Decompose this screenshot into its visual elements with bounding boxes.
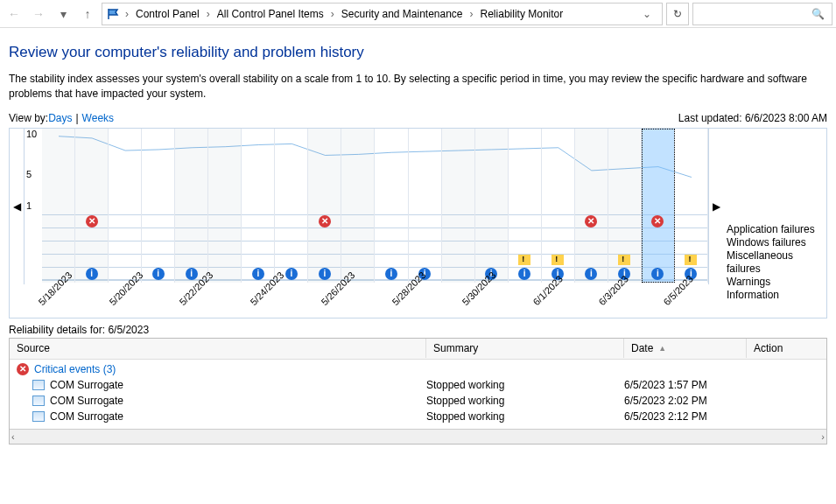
day-column[interactable]: i	[242, 129, 275, 283]
group-label: Critical events (3)	[34, 363, 116, 375]
search-input[interactable]: 🔍	[692, 3, 832, 25]
day-column[interactable]: i	[509, 129, 542, 283]
legend-item: Windows failures	[727, 236, 825, 249]
error-icon: ✕	[17, 363, 29, 375]
table-row[interactable]: COM SurrogateStopped working6/5/2023 1:5…	[10, 377, 826, 393]
scroll-right-icon[interactable]: ›	[821, 431, 825, 442]
table-row[interactable]: COM SurrogateStopped working6/5/2023 2:0…	[10, 393, 826, 409]
chevron-down-icon[interactable]: ⌄	[636, 8, 658, 20]
address-toolbar: ← → ▾ ↑ › Control Panel › All Control Pa…	[0, 0, 836, 28]
viewby-label: View by:	[9, 112, 48, 124]
day-column[interactable]: i	[608, 129, 642, 283]
y-tick: 1	[26, 200, 32, 211]
warning-icon	[518, 255, 530, 265]
info-icon: i	[518, 268, 530, 280]
last-updated: Last updated: 6/6/2023 8:00 AM	[678, 112, 827, 124]
warning-icon	[685, 255, 697, 265]
intro-text: The stability index assesses your system…	[9, 72, 827, 102]
y-tick: 10	[26, 129, 37, 139]
day-column[interactable]: ✕i	[308, 129, 341, 283]
chart-legend: Application failures Windows failures Mi…	[723, 129, 826, 284]
breadcrumb-item[interactable]: Security and Maintenance	[340, 6, 465, 22]
table-body: ✕ Critical events (3) COM SurrogateStopp…	[10, 360, 826, 429]
viewby-row: View by: Days | Weeks Last updated: 6/6/…	[9, 112, 827, 124]
application-icon	[32, 380, 45, 390]
day-column[interactable]: i	[142, 129, 175, 283]
error-icon: ✕	[651, 215, 664, 228]
info-icon: i	[385, 268, 397, 280]
chart-scroll-right[interactable]: ▶	[709, 129, 723, 284]
back-button[interactable]: ←	[4, 4, 25, 24]
th-source[interactable]: Source	[10, 339, 426, 358]
day-column[interactable]	[42, 129, 75, 283]
day-column[interactable]: ✕i	[75, 129, 109, 283]
details-table: Source Summary Date▲ Action ✕ Critical e…	[9, 338, 827, 444]
chart-scroll-left[interactable]: ◀	[10, 129, 24, 284]
legend-item: Warnings	[727, 276, 825, 289]
up-button[interactable]: ↑	[77, 4, 98, 24]
legend-item: Information	[727, 289, 825, 302]
error-icon: ✕	[319, 215, 331, 228]
day-column[interactable]: ✕i	[575, 129, 608, 283]
day-column[interactable]: i	[475, 129, 509, 283]
chevron-right-icon[interactable]: ›	[327, 8, 338, 20]
reliability-chart: ◀ 10 5 1 ✕iiiii✕iiiiii✕ii✕ii ▶ A	[9, 128, 827, 318]
breadcrumb-item[interactable]: All Control Panel Items	[215, 6, 326, 22]
info-icon: i	[319, 268, 331, 280]
info-icon: i	[252, 268, 264, 280]
search-icon: 🔍	[811, 8, 825, 20]
application-icon	[32, 396, 45, 406]
info-icon: i	[651, 268, 664, 280]
viewby-sep: |	[72, 112, 81, 124]
chevron-right-icon[interactable]: ›	[122, 8, 132, 20]
error-icon: ✕	[86, 215, 98, 228]
y-tick: 5	[26, 169, 32, 179]
y-axis: 10 5 1	[26, 129, 40, 214]
breadcrumb-item[interactable]: Reliability Monitor	[479, 6, 566, 22]
warning-icon	[618, 255, 630, 265]
legend-item: Miscellaneous failures	[727, 249, 825, 276]
viewby-weeks[interactable]: Weeks	[82, 112, 114, 124]
refresh-button[interactable]: ↻	[666, 3, 689, 25]
error-icon: ✕	[585, 215, 597, 228]
sort-indicator-icon: ▲	[658, 344, 666, 353]
day-column[interactable]: i	[375, 129, 408, 283]
day-column[interactable]: i	[275, 129, 308, 283]
th-action[interactable]: Action	[747, 339, 826, 358]
control-panel-flag-icon	[106, 7, 120, 21]
breadcrumb[interactable]: › Control Panel › All Control Panel Item…	[102, 3, 663, 25]
day-column[interactable]	[208, 129, 242, 283]
page-title: Review your computer's reliability and p…	[9, 44, 827, 61]
chevron-right-icon[interactable]: ›	[203, 8, 214, 20]
x-axis-dates: 5/18/20235/20/20235/22/20235/24/20235/26…	[41, 284, 704, 323]
breadcrumb-item[interactable]: Control Panel	[134, 6, 201, 22]
recent-dropdown[interactable]: ▾	[53, 4, 74, 24]
info-icon: i	[152, 268, 165, 280]
scroll-left-icon[interactable]: ‹	[11, 431, 15, 442]
day-column[interactable]	[341, 129, 375, 283]
day-column[interactable]: i	[675, 129, 708, 283]
day-column[interactable]: i	[542, 129, 575, 283]
info-icon: i	[186, 268, 198, 280]
group-critical-events[interactable]: ✕ Critical events (3)	[10, 361, 826, 377]
th-summary[interactable]: Summary	[426, 339, 624, 358]
day-column[interactable]	[109, 129, 142, 283]
chevron-right-icon[interactable]: ›	[467, 8, 477, 20]
day-column[interactable]: ✕i	[642, 129, 675, 283]
info-icon: i	[86, 268, 98, 280]
forward-button[interactable]: →	[28, 4, 49, 24]
day-column[interactable]: i	[175, 129, 208, 283]
warning-icon	[551, 255, 564, 265]
day-column[interactable]: i	[409, 129, 442, 283]
horizontal-scrollbar[interactable]: ‹ ›	[10, 429, 826, 444]
info-icon: i	[585, 268, 597, 280]
viewby-days[interactable]: Days	[48, 112, 72, 124]
table-row[interactable]: COM SurrogateStopped working6/5/2023 2:1…	[10, 409, 826, 424]
th-date[interactable]: Date▲	[624, 339, 747, 358]
chart-area: 10 5 1 ✕iiiii✕iiiiii✕ii✕ii	[24, 129, 709, 284]
day-column[interactable]	[442, 129, 475, 283]
application-icon	[32, 411, 45, 422]
legend-item: Application failures	[727, 223, 825, 236]
table-header-row: Source Summary Date▲ Action	[10, 339, 826, 360]
